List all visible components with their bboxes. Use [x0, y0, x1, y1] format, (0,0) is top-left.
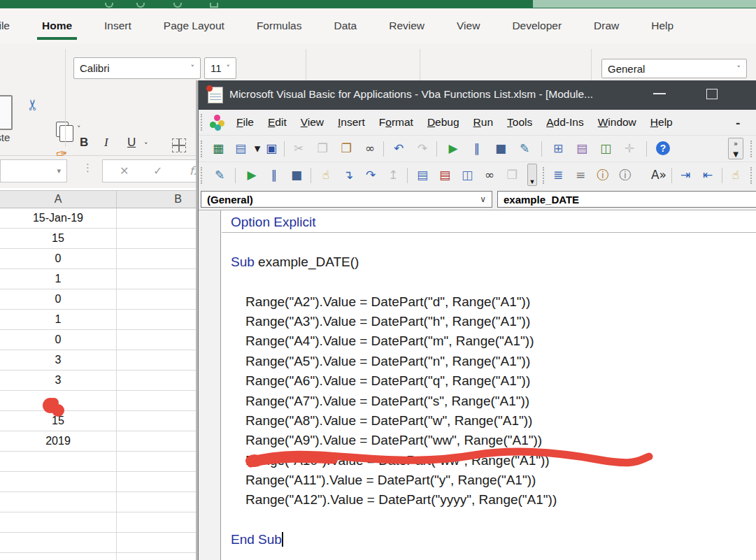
- cell-a9[interactable]: 3: [0, 371, 117, 390]
- copy-icon[interactable]: ❐: [313, 138, 332, 158]
- cell-a8[interactable]: 3: [0, 350, 117, 370]
- cell-a2[interactable]: 15: [0, 229, 117, 248]
- cell-a11[interactable]: 15: [0, 411, 117, 431]
- tab-formulas[interactable]: Formulas: [241, 8, 318, 43]
- cell-a16[interactable]: [0, 512, 117, 532]
- object-browser-icon[interactable]: ◫: [596, 138, 615, 158]
- menu-insert[interactable]: Insert: [331, 116, 372, 129]
- break-icon[interactable]: ∥: [264, 165, 284, 185]
- step-into-icon[interactable]: ↴: [338, 165, 358, 185]
- tab-file[interactable]: File: [0, 8, 26, 43]
- code-line[interactable]: Option Explicit: [231, 213, 756, 232]
- design-mode-icon[interactable]: ✎: [210, 165, 229, 185]
- view-microsoft-excel-icon[interactable]: ▦: [208, 138, 228, 158]
- code-editor[interactable]: Option ExplicitSub example_DATE() Range(…: [199, 210, 756, 560]
- code-line[interactable]: Range("A12").Value = DatePart("yyyy", Ra…: [231, 490, 756, 510]
- quick-access-icon[interactable]: [210, 3, 218, 8]
- code-line[interactable]: Range("A8").Value = DatePart("w", Range(…: [231, 411, 756, 431]
- quick-access-icon[interactable]: [105, 3, 113, 8]
- cell-a10[interactable]: [0, 391, 117, 410]
- outdent-icon[interactable]: ⇤: [698, 165, 718, 185]
- code-line[interactable]: Sub example_DATE(): [231, 252, 756, 272]
- cell-a12[interactable]: 2019: [0, 431, 117, 451]
- column-header-a[interactable]: A: [0, 191, 117, 208]
- name-box-dropdown-icon[interactable]: ▾: [57, 166, 61, 175]
- list-properties-icon[interactable]: ≣: [548, 165, 568, 185]
- vba-title-bar[interactable]: Microsoft Visual Basic for Applications …: [199, 80, 756, 110]
- save-icon[interactable]: ▣: [262, 138, 281, 158]
- run-sub-icon[interactable]: ▶: [443, 138, 463, 158]
- code-line[interactable]: Range("A11").Value = DatePart("y", Range…: [231, 471, 756, 490]
- complete-word-icon[interactable]: A»: [649, 165, 669, 185]
- toolbar-grip[interactable]: [201, 141, 202, 157]
- cell-a17[interactable]: [0, 533, 117, 552]
- list-constants-icon[interactable]: ≡: [571, 165, 590, 185]
- menu-debug[interactable]: Debug: [420, 116, 466, 129]
- paste-icon[interactable]: ❐: [336, 138, 356, 158]
- copy-icon[interactable]: [56, 122, 69, 137]
- object-combobox[interactable]: (General) ∨: [201, 191, 492, 208]
- borders-icon[interactable]: [172, 138, 186, 152]
- tab-help[interactable]: Help: [635, 8, 690, 43]
- quick-access-icon[interactable]: [173, 3, 182, 8]
- font-size-combobox[interactable]: 11 ˅: [204, 57, 236, 79]
- indent-icon[interactable]: ⇥: [676, 165, 695, 185]
- project-explorer-icon[interactable]: ⊞: [548, 138, 568, 158]
- paste-button[interactable]: [0, 95, 13, 130]
- step-out-icon[interactable]: ↥: [383, 165, 403, 185]
- cell-a7[interactable]: 0: [0, 330, 117, 350]
- code-line[interactable]: Range("A3").Value = DatePart("h", Range(…: [231, 312, 756, 331]
- tab-insert[interactable]: Insert: [88, 8, 148, 43]
- tab-review[interactable]: Review: [373, 8, 441, 43]
- code-line[interactable]: [231, 510, 756, 530]
- properties-window-icon[interactable]: ▤: [572, 138, 592, 158]
- cell-a18[interactable]: [0, 553, 117, 560]
- toggle-breakpoint-icon[interactable]: ☝: [316, 165, 336, 185]
- code-line[interactable]: Range("A2").Value = DatePart("d", Range(…: [231, 292, 756, 312]
- toolbar-grip[interactable]: [201, 114, 202, 131]
- cut-icon[interactable]: ✂: [24, 99, 41, 111]
- watch-window-icon[interactable]: ◫: [457, 165, 477, 185]
- break-icon[interactable]: ∥: [467, 138, 487, 158]
- maximize-icon[interactable]: [706, 89, 718, 99]
- code-line[interactable]: [231, 272, 756, 292]
- underline-dropdown-icon[interactable]: ˅: [144, 141, 148, 150]
- immediate-window-icon[interactable]: ▤: [435, 165, 455, 185]
- locals-window-icon[interactable]: ▤: [413, 165, 432, 185]
- enter-icon[interactable]: ✓: [153, 164, 162, 178]
- menu-view[interactable]: View: [294, 116, 331, 129]
- tab-view[interactable]: View: [441, 8, 496, 43]
- excel-search-box[interactable]: [533, 0, 756, 8]
- cancel-icon[interactable]: ✕: [120, 164, 129, 178]
- design-mode-icon[interactable]: ✎: [515, 138, 534, 158]
- toolbar-grip[interactable]: [201, 167, 202, 184]
- cut-icon[interactable]: ✂: [289, 138, 308, 158]
- toolbar-grip[interactable]: [750, 141, 752, 157]
- mdi-minimize-icon[interactable]: -: [736, 115, 740, 131]
- cell-a4[interactable]: 1: [0, 269, 117, 289]
- quick-watch-icon[interactable]: ∞: [480, 165, 499, 185]
- menu-run[interactable]: Run: [466, 116, 500, 129]
- procedure-combobox[interactable]: example_DATE: [497, 191, 756, 208]
- tab-home[interactable]: Home: [26, 8, 88, 43]
- code-line[interactable]: Range("A7").Value = DatePart("s", Range(…: [231, 392, 756, 411]
- number-format-combobox[interactable]: General ˅: [601, 59, 747, 78]
- code-line[interactable]: Range("A4").Value = DatePart("m", Range(…: [231, 331, 756, 351]
- bold-button[interactable]: B: [80, 136, 88, 150]
- cell-a13[interactable]: [0, 452, 117, 471]
- copy-dropdown-icon[interactable]: ˅: [77, 124, 81, 134]
- underline-button[interactable]: U: [127, 136, 136, 150]
- code-line[interactable]: End Sub: [231, 530, 756, 550]
- cell-a14[interactable]: [0, 472, 117, 491]
- cell-a3[interactable]: 0: [0, 249, 117, 268]
- name-box[interactable]: ▾: [0, 159, 67, 182]
- step-over-icon[interactable]: ↷: [361, 165, 380, 185]
- minimize-icon[interactable]: [653, 93, 666, 94]
- toggle-bookmark-icon[interactable]: ☝: [726, 165, 746, 185]
- cell-a5[interactable]: 0: [0, 289, 117, 309]
- call-stack-icon[interactable]: ❐: [502, 165, 522, 185]
- code-line-redacted[interactable]: Range("A10").Value = DatePart("ww", Rang…: [231, 451, 756, 471]
- breakpoint-margin[interactable]: [199, 210, 221, 560]
- italic-button[interactable]: I: [104, 136, 108, 150]
- menu-file[interactable]: File: [229, 116, 261, 129]
